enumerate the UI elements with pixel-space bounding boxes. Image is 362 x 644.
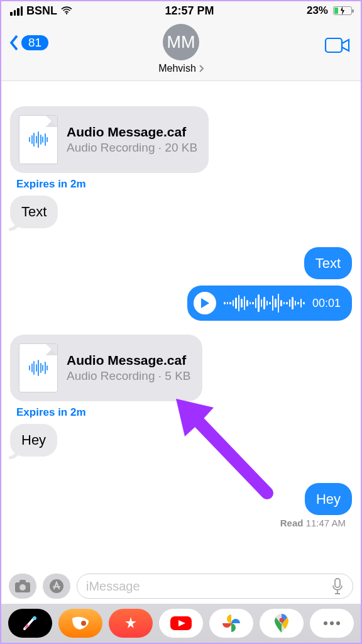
file-meta: Audio Recording · 20 KB [67, 141, 197, 155]
input-placeholder: iMessage [86, 579, 140, 594]
message-list[interactable]: Audio Message.caf Audio Recording · 20 K… [1, 81, 361, 535]
app-store-icon [49, 579, 64, 594]
camera-icon [14, 579, 31, 593]
battery-icon [333, 6, 352, 15]
app-icon-garageband[interactable] [58, 609, 102, 638]
audio-file-icon [19, 343, 58, 392]
status-bar: BSNL 12:57 PM 23% [1, 1, 361, 20]
chevron-left-icon [9, 34, 20, 52]
contact-name-button[interactable]: Mehvish [10, 63, 352, 74]
app-icon-clips[interactable] [109, 609, 153, 638]
incoming-text-bubble[interactable]: Hey [10, 424, 57, 457]
camera-button[interactable] [9, 574, 36, 599]
battery-percent: 23% [307, 4, 328, 17]
svg-point-12 [330, 621, 334, 625]
expiry-label: Expires in 2m [16, 178, 352, 191]
audio-file-bubble[interactable]: Audio Message.caf Audio Recording · 5 KB [10, 335, 202, 401]
contact-name-label: Mehvish [158, 63, 196, 74]
svg-point-8 [81, 621, 86, 626]
audio-file-icon [19, 115, 58, 164]
svg-point-13 [336, 621, 340, 625]
message-input-bar: iMessage [1, 569, 361, 604]
back-button[interactable]: 81 [9, 34, 48, 52]
svg-point-11 [324, 621, 327, 625]
clock: 12:57 PM [165, 4, 214, 18]
expiry-label: Expires in 2m [16, 406, 352, 419]
message-input[interactable]: iMessage [77, 574, 353, 599]
wifi-icon [61, 6, 72, 15]
svg-rect-6 [335, 579, 340, 587]
app-icon-drawing[interactable] [8, 609, 52, 638]
carrier-label: BSNL [26, 4, 57, 18]
imessage-app-drawer[interactable] [1, 604, 361, 643]
audio-duration: 00:01 [312, 297, 341, 310]
outgoing-text-bubble[interactable]: Text [304, 247, 352, 280]
svg-point-10 [280, 618, 284, 623]
microphone-icon[interactable] [331, 578, 344, 594]
read-receipt: Read 11:47 AM [10, 518, 352, 528]
facetime-button[interactable] [324, 36, 351, 54]
svg-rect-1 [326, 38, 342, 52]
outgoing-audio-bubble[interactable]: 00:01 [187, 286, 352, 321]
incoming-text-bubble[interactable]: Text [10, 196, 58, 228]
app-drawer-more-button[interactable] [310, 609, 354, 638]
file-meta: Audio Recording · 5 KB [67, 369, 191, 383]
contact-avatar[interactable]: MM [163, 24, 199, 60]
outgoing-text-bubble[interactable]: Hey [305, 483, 352, 516]
more-icon [322, 621, 341, 626]
unread-badge: 81 [21, 35, 48, 50]
app-icon-youtube[interactable] [159, 609, 203, 638]
svg-point-0 [66, 13, 67, 14]
audio-file-bubble[interactable]: Audio Message.caf Audio Recording · 20 K… [10, 106, 209, 173]
play-button[interactable] [194, 292, 216, 314]
app-icon-google-photos[interactable] [209, 609, 253, 638]
app-icon-google-maps[interactable] [260, 609, 304, 638]
svg-point-4 [19, 584, 26, 591]
file-name: Audio Message.caf [67, 353, 191, 368]
svg-rect-3 [19, 580, 26, 584]
app-store-button[interactable] [43, 574, 70, 599]
file-name: Audio Message.caf [67, 125, 197, 140]
waveform-icon [224, 294, 305, 313]
cellular-signal-icon [10, 6, 23, 16]
chevron-right-icon [199, 65, 204, 72]
conversation-header: 81 MM Mehvish [1, 20, 361, 81]
svg-point-7 [33, 616, 36, 620]
